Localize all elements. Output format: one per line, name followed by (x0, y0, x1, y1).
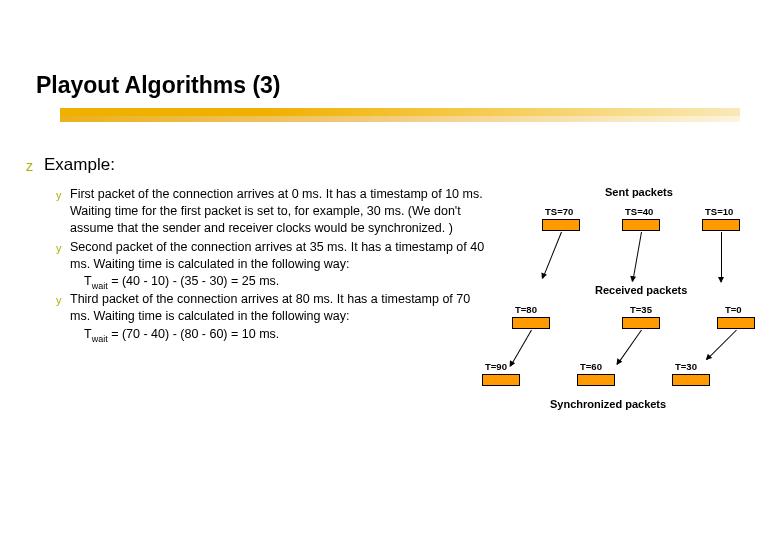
packet-box (622, 219, 660, 231)
packet-box (672, 374, 710, 386)
arrow-icon (632, 232, 642, 281)
row-title: Sent packets (605, 186, 673, 198)
arrow-icon (542, 232, 562, 279)
timestamp-label: T=30 (675, 361, 697, 372)
packet-box (512, 317, 550, 329)
formula-rest: = (40 - 10) - (35 - 30) = 25 ms. (111, 274, 279, 288)
packet-box (482, 374, 520, 386)
row-title: Synchronized packets (550, 398, 666, 410)
packet-diagram: Sent packets TS=70 TS=40 TS=10 Received … (480, 186, 770, 416)
packet-box (577, 374, 615, 386)
item-text: First packet of the connection arrives a… (70, 187, 483, 235)
section-heading: Example: (44, 155, 115, 175)
title-underline (60, 108, 740, 126)
list-item: y Third packet of the connection arrives… (56, 291, 488, 325)
list-item: y First packet of the connection arrives… (56, 186, 488, 237)
timestamp-label: TS=40 (625, 206, 653, 217)
timestamp-label: TS=10 (705, 206, 733, 217)
timestamp-label: T=60 (580, 361, 602, 372)
arrow-icon (510, 330, 532, 367)
packet-box (622, 317, 660, 329)
timestamp-label: T=80 (515, 304, 537, 315)
formula: Twait = (70 - 40) - (80 - 60) = 10 ms. (56, 327, 488, 344)
packet-box (717, 317, 755, 329)
packet-box (542, 219, 580, 231)
arrow-icon (617, 330, 642, 365)
list-item: y Second packet of the connection arrive… (56, 239, 488, 273)
page-title: Playout Algorithms (3) (36, 72, 281, 99)
arrow-icon (706, 330, 736, 360)
timestamp-label: TS=70 (545, 206, 573, 217)
arrow-icon (721, 232, 722, 282)
example-list: y First packet of the connection arrives… (56, 186, 488, 343)
item-text: Third packet of the connection arrives a… (70, 292, 470, 323)
y-bullet-icon: y (56, 293, 62, 308)
y-bullet-icon: y (56, 188, 62, 203)
timestamp-label: T=0 (725, 304, 742, 315)
z-bullet-icon: z (26, 158, 33, 174)
formula-rest: = (70 - 40) - (80 - 60) = 10 ms. (111, 327, 279, 341)
row-title: Received packets (595, 284, 687, 296)
timestamp-label: T=90 (485, 361, 507, 372)
item-text: Second packet of the connection arrives … (70, 240, 484, 271)
subscript: wait (92, 333, 108, 343)
timestamp-label: T=35 (630, 304, 652, 315)
formula: Twait = (40 - 10) - (35 - 30) = 25 ms. (56, 274, 488, 291)
y-bullet-icon: y (56, 241, 62, 256)
subscript: wait (92, 281, 108, 291)
packet-box (702, 219, 740, 231)
